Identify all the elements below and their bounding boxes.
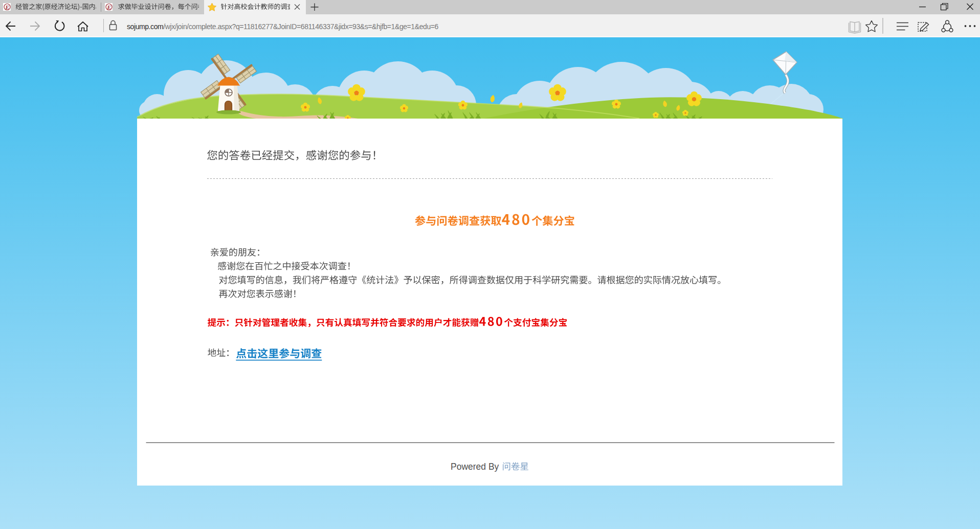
svg-text:E: E — [107, 4, 111, 10]
svg-text:sojump.com/wjx/join/complete.a: sojump.com/wjx/join/complete.aspx?q=1181… — [127, 22, 439, 31]
svg-text:Powered By: Powered By — [451, 462, 499, 472]
svg-text:E: E — [5, 4, 9, 10]
